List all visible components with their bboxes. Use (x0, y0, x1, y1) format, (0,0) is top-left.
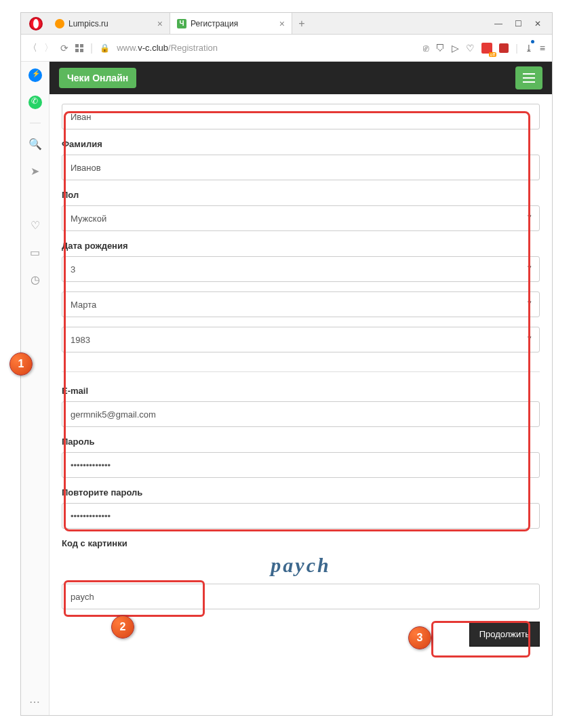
sidebar: 🔍 ➤ ♡ ▭ ◷ ⋯ (21, 62, 50, 715)
favicon-icon (55, 19, 64, 28)
password-field[interactable] (62, 452, 540, 478)
nav-buttons: 〈 〉 ⟳ (28, 42, 83, 54)
password2-label: Повторите пароль (62, 487, 540, 498)
window-controls: — ☐ ✕ (483, 19, 552, 28)
last-name-label: Фамилия (62, 139, 540, 149)
search-icon[interactable]: 🔍 (28, 137, 42, 150)
heart-icon[interactable]: ♡ (466, 43, 475, 54)
first-name-field[interactable] (62, 104, 540, 129)
new-tab-button[interactable]: + (292, 13, 311, 34)
dob-year-select[interactable]: 1983 (62, 327, 540, 352)
opera-menu-icon[interactable] (29, 17, 43, 31)
password-label: Пароль (62, 437, 540, 447)
tab-title: Lumpics.ru (68, 19, 108, 28)
dob-day-select[interactable]: 3 (62, 256, 540, 282)
send-icon[interactable]: ▷ (452, 43, 459, 54)
bookmarks-icon[interactable]: ♡ (28, 218, 42, 232)
speed-dial-icon[interactable] (28, 191, 42, 205)
close-icon[interactable]: × (157, 18, 163, 29)
captcha-image: paych (62, 554, 540, 577)
whatsapp-icon[interactable] (28, 96, 42, 109)
close-window-icon[interactable]: ✕ (534, 19, 541, 28)
captcha-label: Код с картинки (62, 538, 540, 548)
send-icon[interactable]: ➤ (28, 164, 42, 178)
continue-button[interactable]: Продолжить (469, 622, 540, 647)
tab-lumpics[interactable]: Lumpics.ru × (48, 13, 170, 34)
screenshot-icon[interactable]: ⎚ (423, 43, 429, 54)
favicon-icon: Ч (177, 19, 186, 28)
reload-icon[interactable]: ⟳ (60, 43, 68, 54)
shield-icon[interactable]: ⛉ (435, 43, 445, 54)
menu-toggle[interactable] (515, 66, 542, 89)
maximize-icon[interactable]: ☐ (515, 19, 522, 28)
password2-field[interactable] (62, 503, 540, 529)
address-bar: 〈 〉 ⟳ | 🔒 www.v-c.club/Registration ⎚ ⛉ … (21, 35, 552, 62)
minimize-icon[interactable]: — (494, 19, 502, 28)
dob-label: Дата рождения (62, 241, 540, 251)
adblock-icon[interactable] (481, 43, 492, 54)
toolbar-icons: ⎚ ⛉ ▷ ♡ | ⤓ ≡ (423, 43, 545, 54)
last-name-field[interactable] (62, 155, 540, 180)
sidebar-more-icon[interactable]: ⋯ (28, 695, 42, 708)
email-field[interactable] (62, 401, 540, 427)
gender-select[interactable]: Мужской (62, 205, 540, 231)
separator: | (90, 42, 93, 54)
tab-title: Регистрация (191, 19, 238, 28)
divider (62, 371, 540, 372)
news-icon[interactable]: ▭ (28, 245, 42, 259)
dob-month-select[interactable]: Марта (62, 291, 540, 317)
forward-icon[interactable]: 〉 (44, 42, 54, 54)
gender-label: Пол (62, 190, 540, 200)
browser-window: Lumpics.ru × Ч Регистрация × + — ☐ ✕ 〈 〉… (20, 12, 553, 716)
tab-strip: Lumpics.ru × Ч Регистрация × + (48, 13, 483, 34)
page-viewport[interactable]: Чеки Онлайн Фамилия Пол Мужской (50, 62, 552, 715)
extension-icon[interactable] (499, 43, 509, 53)
registration-form: Фамилия Пол Мужской Дата рождения 3 Март… (50, 94, 552, 666)
speed-dial-icon[interactable] (75, 44, 83, 52)
tab-registration[interactable]: Ч Регистрация × (170, 13, 292, 34)
title-bar: Lumpics.ru × Ч Регистрация × + — ☐ ✕ (21, 13, 552, 35)
close-icon[interactable]: × (279, 18, 285, 29)
email-label: E-mail (62, 386, 540, 396)
downloads-icon[interactable]: ⤓ (525, 43, 533, 54)
url-field[interactable]: www.v-c.club/Registration (117, 43, 416, 53)
captcha-field[interactable] (62, 584, 540, 609)
easy-setup-icon[interactable]: ≡ (540, 43, 545, 54)
history-icon[interactable]: ◷ (28, 272, 42, 286)
back-icon[interactable]: 〈 (28, 42, 37, 54)
messenger-icon[interactable] (28, 68, 42, 82)
brand-button[interactable]: Чеки Онлайн (59, 68, 136, 88)
lock-icon[interactable]: 🔒 (100, 43, 110, 53)
site-navbar: Чеки Онлайн (50, 62, 552, 94)
